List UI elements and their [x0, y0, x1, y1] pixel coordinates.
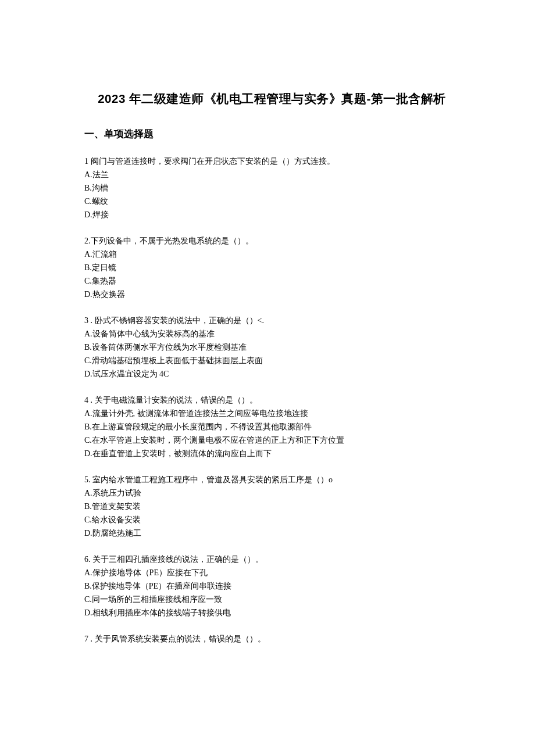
question-stem: 7 . 关于风管系统安装要点的说法，错误的是（）。 — [84, 633, 459, 645]
question-stem: 4 . 关于电磁流量计安装的说法，错误的是（）。 — [84, 394, 459, 406]
question-stem: 1 阀门与管道连接时，要求阀门在开启状态下安装的是（）方式连接。 — [84, 155, 459, 167]
question-block: 6. 关于三相四孔插座接线的说法，正确的是（）。 A.保护接地导体（PE）应接在… — [84, 553, 459, 619]
question-stem: 5. 室内给水管道工程施工程序中，管道及器具安装的紧后工序是（）o — [84, 474, 459, 486]
question-option: A.系统压力试验 — [84, 487, 459, 499]
question-option: B.保护接地导体（PE）在插座间串联连接 — [84, 580, 459, 592]
question-option: A.保护接地导体（PE）应接在下孔 — [84, 567, 459, 579]
question-option: D.试压水温宜设定为 4C — [84, 368, 459, 380]
question-option: C.在水平管道上安装时，两个测量电极不应在管道的正上方和正下方位置 — [84, 434, 459, 446]
question-option: B.在上游直管段规定的最小长度范围内，不得设置其他取源部件 — [84, 421, 459, 433]
question-option: C.给水设备安装 — [84, 514, 459, 526]
question-option: A.汇流箱 — [84, 248, 459, 260]
page-title: 2023 年二级建造师《机电工程管理与实务》真题-第一批含解析 — [84, 90, 459, 108]
question-option: D.在垂直管道上安装时，被测流体的流向应自上而下 — [84, 447, 459, 460]
question-option: A.法兰 — [84, 169, 459, 181]
question-block: 4 . 关于电磁流量计安装的说法，错误的是（）。 A.流量计外壳, 被测流体和管… — [84, 394, 459, 460]
question-option: D.相线利用插座本体的接线端子转接供电 — [84, 607, 459, 619]
question-stem: 3 . 卧式不锈钢容器安装的说法中，正确的是（）<. — [84, 314, 459, 327]
question-stem: 2.下列设备中，不属于光热发电系统的是（）。 — [84, 235, 459, 247]
section-heading: 一、单项选择题 — [84, 127, 459, 142]
question-block: 3 . 卧式不锈钢容器安装的说法中，正确的是（）<. A.设备筒体中心线为安装标… — [84, 314, 459, 380]
question-option: C.集热器 — [84, 275, 459, 287]
question-option: A.流量计外壳, 被测流体和管道连接法兰之间应等电位接地连接 — [84, 407, 459, 420]
question-option: B.定日镜 — [84, 261, 459, 274]
question-option: A.设备筒体中心线为安装标高的基准 — [84, 328, 459, 340]
question-option: C.同一场所的三相插座接线相序应一致 — [84, 593, 459, 605]
question-option: C.螺纹 — [84, 195, 459, 207]
question-option: D.热交换器 — [84, 288, 459, 300]
question-block: 2.下列设备中，不属于光热发电系统的是（）。 A.汇流箱 B.定日镜 C.集热器… — [84, 235, 459, 300]
question-option: B.沟槽 — [84, 182, 459, 194]
question-option: C.滑动端基础预埋板上表面低于基础抹面层上表面 — [84, 354, 459, 367]
question-option: B.设备筒体两侧水平方位线为水平度检测基准 — [84, 341, 459, 353]
question-block: 7 . 关于风管系统安装要点的说法，错误的是（）。 — [84, 633, 459, 645]
question-stem: 6. 关于三相四孔插座接线的说法，正确的是（）。 — [84, 553, 459, 565]
question-block: 1 阀门与管道连接时，要求阀门在开启状态下安装的是（）方式连接。 A.法兰 B.… — [84, 155, 459, 221]
question-block: 5. 室内给水管道工程施工程序中，管道及器具安装的紧后工序是（）o A.系统压力… — [84, 474, 459, 539]
question-option: D.焊接 — [84, 209, 459, 221]
question-option: D.防腐绝热施工 — [84, 527, 459, 539]
question-option: B.管道支架安装 — [84, 500, 459, 513]
